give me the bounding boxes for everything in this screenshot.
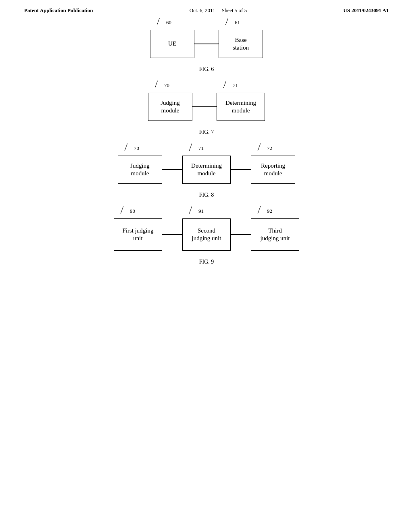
fig9-diagram: 90 First judging unit 91 Second judging … (114, 218, 299, 251)
fig6-box-ue: UE (150, 30, 194, 58)
fig8-box-determining: Determining module (182, 156, 231, 184)
fig9-connector-2 (231, 234, 251, 235)
ref-label-92: 92 (259, 206, 272, 214)
fig7-caption: FIG. 7 (199, 129, 214, 135)
fig9-caption: FIG. 9 (199, 259, 214, 265)
figure-8-section: 70 Judging module 71 Determining module (32, 156, 381, 198)
ref-label-71-fig8: 71 (190, 143, 204, 151)
ref-label-90: 90 (122, 206, 135, 214)
fig8-box-reporting: Reporting module (251, 156, 295, 184)
header-date: Oct. 6, 2011 (190, 7, 215, 13)
main-content: 60 UE 61 Base station FIG. 6 (0, 18, 413, 297)
fig8-connector-1 (162, 169, 182, 170)
page-header: Patent Application Publication Oct. 6, 2… (0, 0, 413, 18)
header-right: US 2011/0243091 A1 (343, 7, 389, 14)
ref-label-70-fig7: 70 (156, 81, 169, 88)
ref-label-71-fig7: 71 (225, 81, 238, 88)
ref-label-72-fig8: 72 (259, 143, 272, 151)
fig8-caption: FIG. 8 (199, 192, 214, 198)
fig6-diagram: 60 UE 61 Base station (150, 30, 263, 58)
fig8-connector-2 (231, 169, 251, 170)
figure-6-section: 60 UE 61 Base station FIG. 6 (32, 30, 381, 73)
header-sheet: Sheet 5 of 5 (222, 7, 247, 13)
fig9-box-first-judging: First judging unit (114, 218, 162, 251)
header-center: Oct. 6, 2011 Sheet 5 of 5 (190, 7, 247, 14)
fig9-box-third-judging: Third judging unit (251, 218, 299, 251)
fig7-diagram: 70 Judging module 71 Determining module (148, 93, 265, 121)
fig7-connector (192, 106, 217, 107)
fig7-box-judging: Judging module (148, 93, 192, 121)
fig6-connector (194, 44, 219, 44)
figure-9-section: 90 First judging unit 91 Second judging … (32, 218, 381, 265)
fig8-diagram: 70 Judging module 71 Determining module (118, 156, 295, 184)
header-left: Patent Application Publication (24, 7, 93, 14)
ref-label-60: 60 (158, 18, 171, 25)
ref-label-70-fig8: 70 (126, 143, 139, 151)
ref-label-61: 61 (227, 18, 240, 25)
fig7-box-determining: Determining module (217, 93, 265, 121)
fig9-connector-1 (162, 234, 182, 235)
figure-7-section: 70 Judging module 71 Determining module … (32, 93, 381, 135)
fig6-box-basestation: Base station (219, 30, 263, 58)
fig9-box-second-judging: Second judging unit (182, 218, 231, 251)
fig6-caption: FIG. 6 (199, 66, 214, 73)
ref-label-91: 91 (190, 206, 204, 214)
fig8-box-judging: Judging module (118, 156, 162, 184)
